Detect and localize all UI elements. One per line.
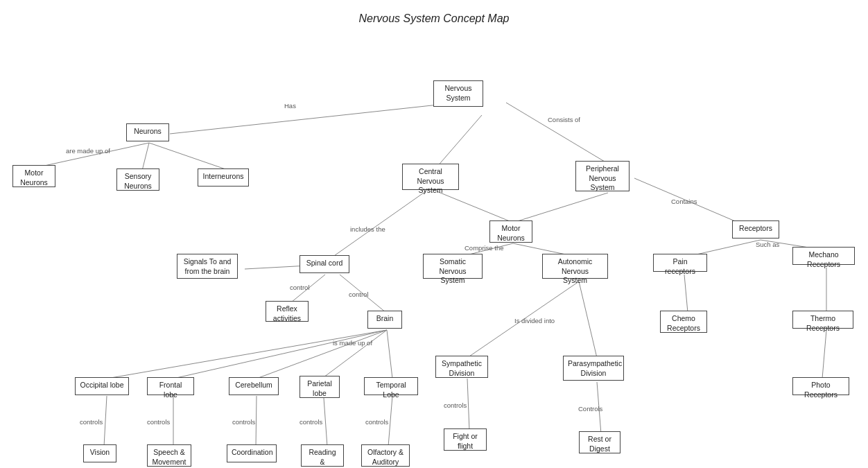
node-parietal: Parietallobe	[300, 376, 340, 398]
svg-text:controls: controls	[300, 418, 323, 426]
svg-line-38	[467, 379, 469, 431]
svg-line-0	[170, 103, 458, 134]
node-sensory-neurons: SensoryNeurons	[116, 168, 159, 191]
page-title: Nervous System Concept Map	[0, 0, 868, 25]
svg-line-6	[142, 143, 149, 171]
node-cerebellum: Cerebellum	[229, 377, 279, 395]
node-sympathetic: SympatheticDivision	[435, 356, 488, 378]
svg-text:controls: controls	[444, 401, 467, 409]
node-reading-taste: Reading &Taste	[301, 444, 344, 467]
svg-line-27	[340, 275, 386, 313]
svg-line-7	[149, 143, 229, 171]
svg-text:Controls: Controls	[578, 405, 603, 413]
node-vision: Vision	[83, 444, 116, 462]
svg-text:is made up of: is made up of	[333, 339, 372, 347]
svg-line-35	[467, 281, 579, 358]
node-occipital: Occipital lobe	[75, 377, 129, 395]
node-mechano-receptors: Mechano Receptors	[792, 247, 855, 265]
svg-line-21	[684, 275, 688, 313]
svg-line-30	[173, 330, 387, 379]
node-photo-receptors: Photo Receptors	[792, 377, 849, 395]
node-reflex-activities: Reflexactivities	[266, 301, 309, 322]
node-neurons: Neurons	[126, 123, 169, 141]
node-cns: Central NervousSystem	[402, 164, 459, 190]
svg-line-5	[38, 143, 149, 167]
svg-text:are made up of: are made up of	[66, 147, 110, 155]
svg-line-32	[324, 330, 387, 377]
node-motor-neurons-top: MotorNeurons	[12, 165, 55, 187]
svg-text:Such as: Such as	[756, 241, 780, 248]
svg-line-46	[256, 396, 257, 447]
svg-line-48	[324, 398, 327, 447]
svg-text:includes the: includes the	[350, 225, 385, 233]
svg-text:controls: controls	[147, 418, 171, 426]
svg-text:Has: Has	[284, 102, 296, 110]
svg-line-31	[257, 330, 387, 379]
svg-text:Comprise the: Comprise the	[465, 244, 504, 252]
node-frontal: Frontal lobe	[147, 377, 194, 395]
node-pain-receptors: Pain receptors	[653, 254, 707, 272]
svg-text:control: control	[290, 284, 310, 291]
node-temporal: Temporal Lobe	[364, 377, 418, 395]
svg-line-16	[634, 178, 738, 223]
svg-text:controls: controls	[80, 418, 103, 426]
svg-line-2	[437, 115, 482, 167]
node-somatic: Somatic NervousSystem	[423, 254, 483, 279]
svg-text:Contains: Contains	[671, 198, 697, 205]
node-fight-flight: Fight orflight	[444, 428, 487, 451]
svg-line-29	[107, 330, 387, 379]
svg-line-42	[104, 396, 107, 447]
node-olfactory-auditory: Olfactory &Auditory	[361, 444, 410, 467]
svg-line-10	[332, 191, 426, 257]
svg-line-36	[579, 281, 597, 358]
node-signals-brain: Signals To andfrom the brain	[177, 254, 238, 279]
svg-text:control: control	[349, 291, 369, 298]
svg-text:Consists of: Consists of	[548, 116, 580, 123]
node-pns: PeripheralNervousSystem	[575, 161, 630, 191]
svg-line-25	[291, 275, 325, 302]
node-speech-movement: Speech &Movement	[147, 444, 191, 467]
svg-line-9	[437, 191, 513, 223]
svg-line-33	[387, 330, 392, 379]
node-autonomic: Autonomic NervousSystem	[542, 254, 608, 279]
node-coordination: Coordination	[227, 444, 277, 462]
node-receptors: Receptors	[732, 220, 779, 239]
svg-line-15	[513, 193, 608, 223]
svg-line-23	[822, 330, 826, 379]
node-brain: Brain	[367, 311, 402, 329]
svg-text:controls: controls	[232, 418, 256, 426]
node-interneurons: Interneurons	[198, 168, 249, 187]
node-thermo-receptors: Thermo Receptors	[792, 311, 853, 329]
node-motor-neurons-mid: MotorNeurons	[489, 220, 532, 243]
svg-text:controls: controls	[365, 418, 389, 426]
svg-line-50	[388, 396, 392, 447]
node-rest-digest: Rest orDigest	[579, 431, 620, 453]
node-chemo-receptors: ChemoReceptors	[660, 311, 707, 333]
node-parasympathetic: ParasympatheticDivision	[563, 356, 624, 381]
svg-line-3	[506, 103, 608, 164]
svg-text:Is divided into: Is divided into	[514, 317, 555, 324]
svg-line-40	[597, 382, 601, 434]
node-spinal-cord: Spinal cord	[300, 255, 349, 273]
node-nervous-system: NervousSystem	[433, 80, 483, 107]
